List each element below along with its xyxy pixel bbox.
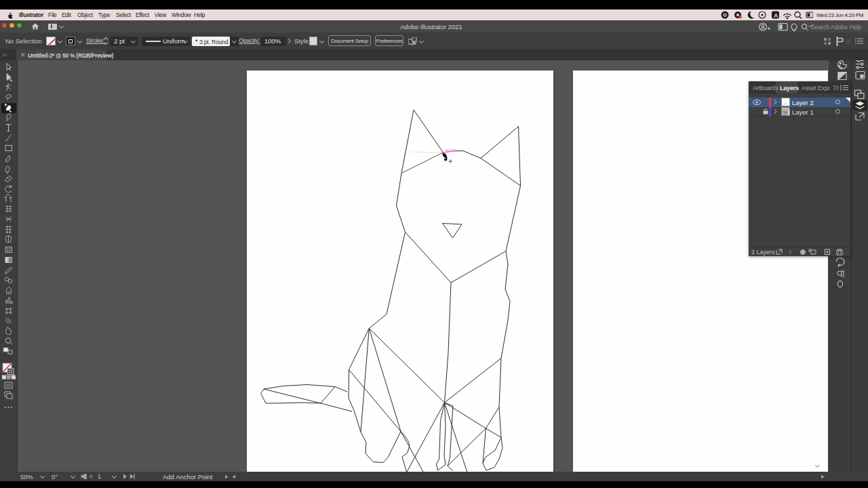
svg-text:A: A	[774, 12, 778, 19]
svg-text:anchor: anchor	[446, 148, 456, 152]
svg-text:1: 1	[98, 474, 101, 479]
svg-text:Search Adobe Help: Search Adobe Help	[811, 24, 861, 30]
